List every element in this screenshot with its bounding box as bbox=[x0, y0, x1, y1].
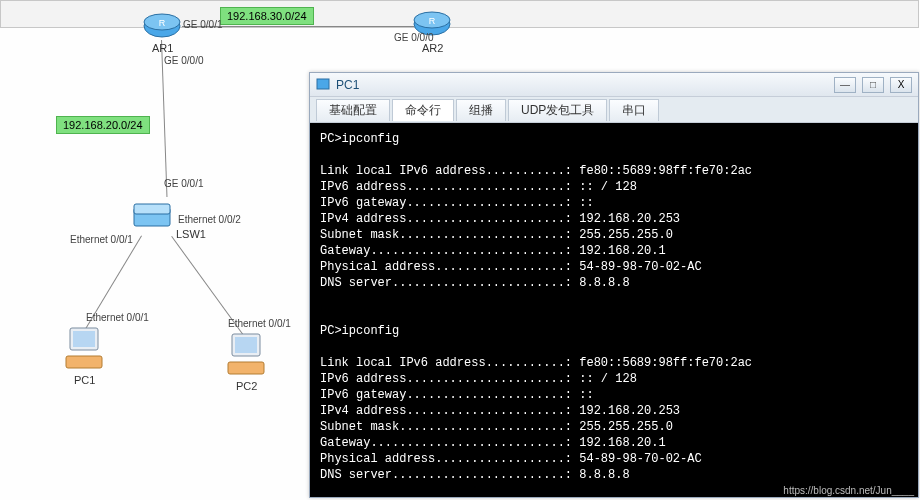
pc2-label: PC2 bbox=[236, 380, 257, 392]
out2-v6a: IPv6 address......................: :: /… bbox=[320, 372, 637, 386]
out-prompt2: PC>ipconfig bbox=[320, 324, 399, 338]
maximize-button[interactable]: □ bbox=[862, 77, 884, 93]
svg-rect-7 bbox=[134, 204, 170, 214]
out2-v4a: IPv4 address......................: 192.… bbox=[320, 404, 680, 418]
tab-label: 组播 bbox=[469, 102, 493, 119]
out2-ll6: Link local IPv6 address...........: fe80… bbox=[320, 356, 752, 370]
watermark: https://blog.csdn.net/Jun____ bbox=[783, 485, 914, 496]
out-mac: Physical address..................: 54-8… bbox=[320, 260, 702, 274]
out2-dns: DNS server........................: 8.8.… bbox=[320, 468, 630, 482]
out-v4a: IPv4 address......................: 192.… bbox=[320, 212, 680, 226]
out-mask: Subnet mask.......................: 255.… bbox=[320, 228, 673, 242]
out-gw: Gateway...........................: 192.… bbox=[320, 244, 666, 258]
minimize-glyph: — bbox=[840, 79, 850, 90]
ar1-ge001-label: GE 0/0/1 bbox=[183, 19, 222, 30]
close-button[interactable]: X bbox=[890, 77, 912, 93]
out2-gw: Gateway...........................: 192.… bbox=[320, 436, 666, 450]
terminal-window[interactable]: PC1 — □ X 基础配置 命令行 组播 UDP发包工具 串口 PC>ipco… bbox=[309, 72, 919, 498]
link-lsw1-pc1 bbox=[79, 235, 142, 338]
out-v6g: IPv6 gateway......................: :: bbox=[320, 196, 594, 210]
pc2-port-label: Ethernet 0/0/1 bbox=[228, 318, 291, 329]
out2-mac: Physical address..................: 54-8… bbox=[320, 452, 702, 466]
svg-rect-12 bbox=[235, 337, 257, 353]
tab-multicast[interactable]: 组播 bbox=[456, 99, 506, 121]
svg-text:R: R bbox=[159, 18, 166, 28]
subnet-a: 192.168.30.0/24 bbox=[220, 7, 314, 25]
switch-icon bbox=[130, 194, 174, 238]
terminal-title: PC1 bbox=[336, 78, 828, 92]
top-border bbox=[0, 0, 919, 28]
subnet-b-text: 192.168.20.0/24 bbox=[63, 119, 143, 131]
ar1-ge000-label: GE 0/0/0 bbox=[164, 55, 203, 66]
out2-mask: Subnet mask.......................: 255.… bbox=[320, 420, 673, 434]
ar1-label: AR1 bbox=[152, 42, 173, 54]
svg-rect-14 bbox=[317, 79, 329, 89]
out-v6a: IPv6 address......................: :: /… bbox=[320, 180, 637, 194]
tab-label: 串口 bbox=[622, 102, 646, 119]
out2-v6g: IPv6 gateway......................: :: bbox=[320, 388, 594, 402]
tab-basic-config[interactable]: 基础配置 bbox=[316, 99, 390, 121]
app-icon bbox=[316, 78, 330, 92]
lsw1-label: LSW1 bbox=[176, 228, 206, 240]
sw-e001-label: Ethernet 0/0/1 bbox=[70, 234, 133, 245]
maximize-glyph: □ bbox=[870, 79, 876, 90]
router-ar1[interactable]: R bbox=[142, 12, 182, 40]
pc-icon bbox=[226, 332, 266, 378]
tab-label: UDP发包工具 bbox=[521, 102, 594, 119]
out-ll6: Link local IPv6 address...........: fe80… bbox=[320, 164, 752, 178]
tab-cli[interactable]: 命令行 bbox=[392, 99, 454, 121]
tab-udp-tool[interactable]: UDP发包工具 bbox=[508, 99, 607, 121]
topology-canvas[interactable]: 192.168.30.0/24 192.168.20.0/24 R AR1 GE… bbox=[0, 0, 920, 500]
pc1-label: PC1 bbox=[74, 374, 95, 386]
tab-serial[interactable]: 串口 bbox=[609, 99, 659, 121]
terminal-tabbar: 基础配置 命令行 组播 UDP发包工具 串口 bbox=[310, 97, 918, 123]
terminal-titlebar[interactable]: PC1 — □ X bbox=[310, 73, 918, 97]
svg-rect-10 bbox=[66, 356, 102, 368]
svg-rect-13 bbox=[228, 362, 264, 374]
switch-lsw1[interactable] bbox=[130, 194, 174, 238]
svg-rect-9 bbox=[73, 331, 95, 347]
router-icon: R bbox=[142, 12, 182, 40]
minimize-button[interactable]: — bbox=[834, 77, 856, 93]
ar2-ge000-label: GE 0/0/0 bbox=[394, 32, 433, 43]
pc1-port-label: Ethernet 0/0/1 bbox=[86, 312, 149, 323]
ar2-label: AR2 bbox=[422, 42, 443, 54]
pc-icon bbox=[64, 326, 104, 372]
svg-text:R: R bbox=[429, 16, 436, 26]
out-prompt1: PC>ipconfig bbox=[320, 132, 399, 146]
sw-ge001-label: GE 0/0/1 bbox=[164, 178, 203, 189]
tab-label: 基础配置 bbox=[329, 102, 377, 119]
tab-label: 命令行 bbox=[405, 102, 441, 119]
pc1[interactable] bbox=[64, 326, 104, 372]
subnet-a-text: 192.168.30.0/24 bbox=[227, 10, 307, 22]
close-glyph: X bbox=[898, 79, 905, 90]
pc2[interactable] bbox=[226, 332, 266, 378]
terminal-output[interactable]: PC>ipconfig Link local IPv6 address.....… bbox=[310, 123, 918, 497]
sw-e002-label: Ethernet 0/0/2 bbox=[178, 214, 241, 225]
out-dns: DNS server........................: 8.8.… bbox=[320, 276, 630, 290]
subnet-b: 192.168.20.0/24 bbox=[56, 116, 150, 134]
